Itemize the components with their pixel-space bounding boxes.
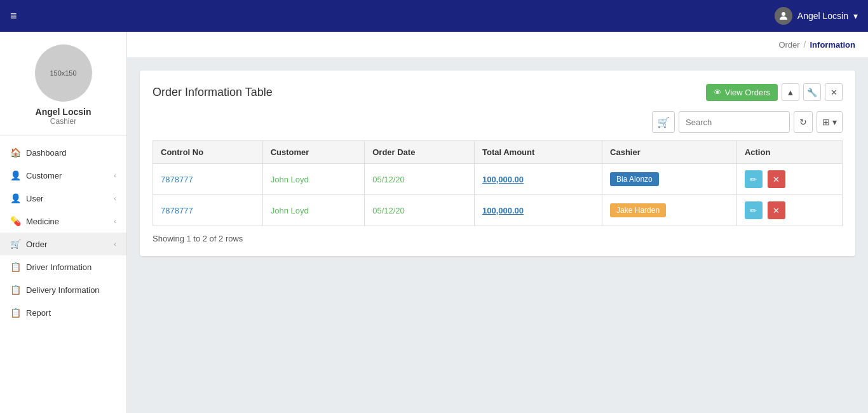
nav-menu: 🏠 Dashboard 👤 Customer ‹ 👤 User ‹ [0,136,126,329]
customer-link[interactable]: John Loyd [271,206,309,215]
cell-action: ✏ ✕ [736,195,842,226]
card-title: Order Information Table [153,86,273,99]
sidebar-item-customer-label: Customer [26,171,62,180]
amount-link[interactable]: 100,000.00 [482,206,524,215]
search-input[interactable] [679,111,790,133]
profile-role: Cashier [50,117,76,126]
date-link[interactable]: 05/12/20 [372,175,405,184]
sidebar-item-driver-label: Driver Information [26,262,92,272]
columns-button[interactable]: ⊞ ▾ [817,111,843,133]
card-actions: 👁 View Orders ▲ 🔧 ✕ [706,83,843,101]
breadcrumb-current: Information [810,40,856,50]
cell-order-date: 05/12/20 [365,164,475,195]
col-customer: Customer [262,141,365,164]
data-table: Control No Customer Order Date Total Amo… [153,140,843,226]
sidebar-item-report-label: Report [26,308,51,318]
collapse-button[interactable]: ▲ [782,83,799,101]
user-chevron-icon: ▾ [853,11,858,21]
user-menu[interactable]: Angel Locsin ▾ [775,7,858,25]
delete-button[interactable]: ✕ [768,201,785,219]
cell-total-amount: 100,000.00 [474,195,602,226]
sidebar-item-order-label: Order [26,240,47,249]
user-avatar-icon [775,7,792,25]
col-cashier: Cashier [602,141,737,164]
chevron-icon-user: ‹ [114,194,116,202]
delete-button[interactable]: ✕ [768,170,785,188]
delivery-icon: 📋 [10,285,21,295]
breadcrumb-parent: Order [778,40,799,50]
main-content: Order Information Table 👁 View Orders ▲ … [127,58,868,413]
hamburger-menu[interactable]: ≡ [10,10,17,23]
table-toolbar: 🛒 ↻ ⊞ ▾ [153,111,843,133]
cart-button[interactable]: 🛒 [652,111,675,133]
order-info-card: Order Information Table 👁 View Orders ▲ … [140,71,855,256]
sidebar-item-dashboard[interactable]: 🏠 Dashboard [0,141,126,164]
customer-icon: 👤 [10,170,21,180]
chevron-icon-medicine: ‹ [114,217,116,225]
user-icon: 👤 [10,193,21,203]
sidebar-item-dashboard-label: Dashboard [26,148,67,158]
cell-total-amount: 100,000.00 [474,164,602,195]
breadcrumb-separator: / [804,39,806,50]
showing-text: Showing 1 to 2 of 2 rows [153,234,843,243]
report-icon: 📋 [10,308,21,318]
control-no-link[interactable]: 7878777 [161,206,193,215]
medicine-icon: 💊 [10,216,21,226]
refresh-button[interactable]: ↻ [794,111,813,133]
col-order-date: Order Date [365,141,475,164]
sidebar-item-order[interactable]: 🛒 Order ‹ [0,233,126,255]
cell-cashier: Jake Harden [602,195,737,226]
profile-name: Angel Locsin [36,107,92,117]
sidebar-item-user-label: User [26,194,43,203]
top-navbar: ≡ Angel Locsin ▾ [0,0,868,32]
cell-customer: John Loyd [262,195,365,226]
cell-order-date: 05/12/20 [365,195,475,226]
date-link[interactable]: 05/12/20 [372,206,405,215]
driver-icon: 📋 [10,262,21,272]
close-button[interactable]: ✕ [825,83,843,101]
sidebar-item-driver-information[interactable]: 📋 Driver Information [0,255,126,278]
cell-customer: John Loyd [262,164,365,195]
sidebar-item-delivery-label: Delivery Information [26,285,100,295]
customer-link[interactable]: John Loyd [271,175,309,184]
avatar: 150x150 [35,44,92,102]
cell-control-no: 7878777 [153,164,263,195]
breadcrumb-bar: Order / Information [127,32,868,58]
svg-point-0 [782,12,785,16]
cell-control-no: 7878777 [153,195,263,226]
cell-action: ✏ ✕ [736,164,842,195]
sidebar-item-user[interactable]: 👤 User ‹ [0,187,126,210]
table-row: 7878777 John Loyd 05/12/20 100,000.00 Ja… [153,195,843,226]
chevron-icon: ‹ [114,172,116,179]
col-control-no: Control No [153,141,263,164]
eye-icon: 👁 [714,88,722,97]
sidebar-item-customer[interactable]: 👤 Customer ‹ [0,164,126,187]
main-layout: 150x150 Angel Locsin Cashier 🏠 Dashboard… [0,32,868,413]
view-orders-button[interactable]: 👁 View Orders [706,84,778,101]
content-area: Order / Information Order Information Ta… [127,32,868,413]
cashier-badge: Jake Harden [610,203,666,217]
user-name-label: Angel Locsin [797,11,848,21]
cell-cashier: Bia Alonzo [602,164,737,195]
col-action: Action [736,141,842,164]
edit-button[interactable]: ✏ [745,170,763,188]
amount-link[interactable]: 100,000.00 [482,175,524,184]
col-total-amount: Total Amount [474,141,602,164]
chevron-icon-order: ‹ [114,240,116,248]
order-icon: 🛒 [10,239,21,249]
settings-button[interactable]: 🔧 [803,83,821,101]
cashier-badge: Bia Alonzo [610,172,659,186]
profile-section: 150x150 Angel Locsin Cashier [0,32,126,136]
sidebar-item-medicine-label: Medicine [26,217,59,226]
sidebar-item-medicine[interactable]: 💊 Medicine ‹ [0,210,126,233]
dashboard-icon: 🏠 [10,147,21,158]
sidebar-item-delivery-information[interactable]: 📋 Delivery Information [0,278,126,301]
table-header-row: Control No Customer Order Date Total Amo… [153,141,843,164]
table-row: 7878777 John Loyd 05/12/20 100,000.00 Bi… [153,164,843,195]
edit-button[interactable]: ✏ [745,201,763,219]
card-header: Order Information Table 👁 View Orders ▲ … [153,83,843,101]
control-no-link[interactable]: 7878777 [161,175,193,184]
sidebar-item-report[interactable]: 📋 Report [0,301,126,324]
sidebar: 150x150 Angel Locsin Cashier 🏠 Dashboard… [0,32,127,413]
